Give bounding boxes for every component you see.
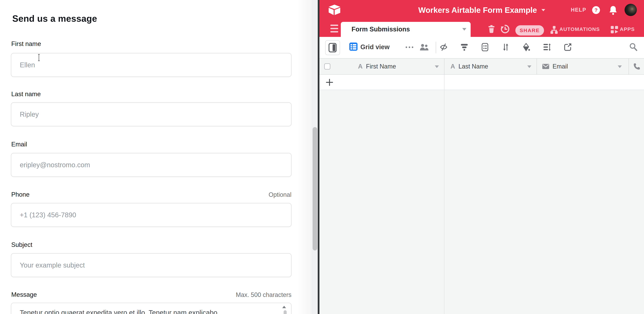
- chevron-down-icon: [542, 9, 545, 11]
- toolbar-divider: [436, 42, 436, 53]
- page-scrollbar-track[interactable]: [312, 0, 318, 314]
- grid-header-row: A First Name A Last Name Email: [320, 58, 644, 75]
- help-question-icon[interactable]: ?: [592, 6, 600, 14]
- chevron-down-icon: [462, 28, 466, 31]
- message-max-hint: Max. 500 characters: [236, 291, 292, 298]
- automations-icon[interactable]: [550, 26, 558, 34]
- select-all-checkbox[interactable]: [324, 63, 330, 70]
- column-header-phone[interactable]: Phone: [634, 59, 644, 74]
- textarea-scrollbar-thumb[interactable]: [284, 310, 287, 314]
- column-divider[interactable]: [536, 59, 537, 74]
- airtable-pane: Workers Airtable Form Example HELP ? For…: [320, 0, 644, 314]
- chevron-down-icon[interactable]: [618, 66, 622, 68]
- column-header-last-name[interactable]: A Last Name: [450, 59, 488, 74]
- trash-icon[interactable]: [488, 25, 495, 33]
- share-button[interactable]: SHARE: [515, 25, 544, 36]
- subject-label: Subject: [11, 241, 32, 248]
- airtable-topbar: Workers Airtable Form Example HELP ?: [320, 0, 644, 20]
- email-field-type-icon: [542, 64, 549, 69]
- text-field-type-icon: A: [358, 63, 362, 70]
- phone-optional-hint: Optional: [268, 191, 292, 198]
- first-name-label: First name: [11, 40, 41, 48]
- add-record-row[interactable]: [320, 75, 644, 90]
- textarea-scroll-up-icon[interactable]: [282, 306, 286, 308]
- group-icon[interactable]: [481, 43, 489, 51]
- help-button[interactable]: HELP: [571, 7, 586, 13]
- column-divider: [444, 75, 444, 90]
- view-name[interactable]: Grid view: [360, 43, 390, 51]
- base-title: Workers Airtable Form Example: [418, 6, 537, 15]
- panel-toggle-icon: [328, 43, 337, 53]
- apps-icon[interactable]: [610, 26, 618, 34]
- automations-button[interactable]: AUTOMATIONS: [559, 26, 600, 32]
- view-options-ellipsis-icon[interactable]: [406, 47, 413, 48]
- filter-icon[interactable]: [460, 43, 468, 51]
- screen: Send us a message First name Last name E…: [0, 0, 644, 314]
- column-divider[interactable]: [628, 59, 629, 74]
- window-divider: [318, 0, 320, 314]
- table-tab-label: Form Submissions: [352, 26, 410, 33]
- column-header-email[interactable]: Email: [542, 59, 568, 74]
- first-name-input[interactable]: [11, 53, 292, 77]
- view-toolbar: Grid view: [320, 37, 644, 58]
- view-sidebar-toggle-button[interactable]: [325, 40, 340, 55]
- search-icon[interactable]: [629, 42, 638, 51]
- column-divider: [444, 90, 444, 314]
- tab-form-submissions[interactable]: Form Submissions: [341, 22, 471, 37]
- phone-input[interactable]: [11, 203, 292, 227]
- form-heading: Send us a message: [12, 13, 97, 24]
- grid-view-icon[interactable]: [349, 43, 358, 51]
- collaborators-icon[interactable]: [420, 43, 429, 52]
- column-header-first-name[interactable]: A First Name: [358, 59, 396, 74]
- user-avatar[interactable]: [624, 4, 637, 16]
- sort-icon[interactable]: [502, 43, 510, 51]
- email-label: Email: [11, 141, 27, 148]
- phone-field-type-icon: [634, 63, 640, 70]
- notifications-bell-icon[interactable]: [609, 6, 618, 15]
- chevron-down-icon[interactable]: [527, 66, 532, 68]
- phone-label: Phone: [11, 191, 30, 198]
- last-name-input[interactable]: [11, 102, 292, 126]
- email-input[interactable]: [11, 153, 292, 177]
- airtable-tabbar: Form Submissions SHARE AUTOMATIONS: [320, 20, 644, 37]
- add-record-plus-icon[interactable]: [326, 78, 334, 86]
- tables-menu-icon[interactable]: [330, 25, 338, 33]
- hide-fields-icon[interactable]: [440, 43, 448, 51]
- row-height-icon[interactable]: [543, 43, 551, 51]
- chevron-down-icon[interactable]: [435, 66, 439, 68]
- message-text: Tenetur optio quaerat expedita vero et i…: [20, 309, 218, 314]
- apps-button[interactable]: APPS: [620, 26, 635, 32]
- grid-body: [320, 90, 644, 314]
- text-cursor-icon: [38, 54, 40, 61]
- text-field-type-icon: A: [450, 63, 455, 70]
- window-edge-shadow: [297, 0, 312, 314]
- contact-form-pane: Send us a message First name Last name E…: [0, 0, 318, 314]
- last-name-label: Last name: [11, 91, 41, 98]
- column-divider[interactable]: [444, 59, 444, 74]
- color-icon[interactable]: [522, 43, 530, 51]
- message-label: Message: [11, 291, 37, 298]
- subject-input[interactable]: [11, 253, 292, 277]
- page-scrollbar-thumb[interactable]: [312, 127, 317, 250]
- share-view-icon[interactable]: [564, 43, 572, 51]
- history-icon[interactable]: [501, 25, 510, 34]
- message-textarea[interactable]: Tenetur optio quaerat expedita vero et i…: [11, 303, 292, 314]
